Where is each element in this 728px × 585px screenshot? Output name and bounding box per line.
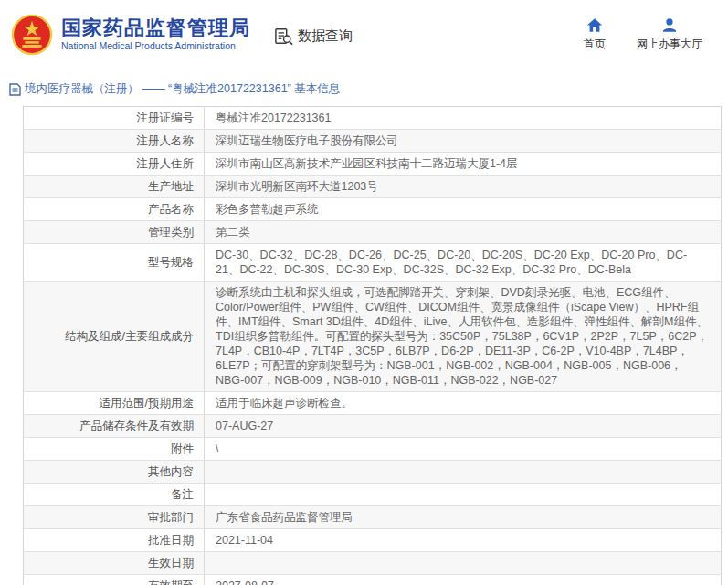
field-value: 2027-08-07 [205, 575, 722, 585]
field-label: 生效日期 [24, 552, 205, 575]
data-query-section[interactable]: 数据查询 [274, 27, 353, 46]
table-row: 生产地址深圳市光明新区南环大道1203号 [24, 176, 722, 198]
data-query-search-icon [274, 27, 294, 46]
field-label: 备注 [24, 484, 205, 506]
field-label: 管理类别 [24, 221, 205, 244]
table-row: 审批部门广东省食品药品监督管理局 [24, 506, 722, 529]
field-label: 注册人住所 [24, 153, 205, 176]
table-row: 注册人名称深圳迈瑞生物医疗电子股份有限公司 [24, 130, 722, 153]
field-label: 生产地址 [24, 176, 205, 198]
breadcrumb-text: 境内医疗器械（注册） —— “粤械注准20172231361” 基本信息 [25, 81, 340, 97]
table-row: 产品储存条件及有效期07-AUG-27 [24, 415, 722, 438]
field-label: 批准日期 [24, 529, 205, 552]
site-subtitle: National Medical Products Administration [61, 40, 250, 52]
table-row: 生效日期 [24, 552, 722, 575]
table-row: 附件\ [24, 438, 722, 461]
field-value [205, 552, 722, 575]
field-value [205, 461, 722, 484]
field-label: 型号规格 [24, 244, 205, 282]
data-query-label: 数据查询 [298, 27, 353, 45]
nav-home[interactable]: 首页 [584, 17, 606, 52]
field-value: 2021-11-04 [205, 529, 722, 552]
field-value: 诊断系统由主机和探头组成，可选配脚踏开关、穿刺架、DVD刻录光驱、电池、ECG组… [205, 282, 722, 392]
table-row: 管理类别第二类 [24, 221, 722, 244]
table-row: 其他内容 [24, 461, 722, 484]
nav-service-hall-label: 网上办事大厅 [637, 37, 702, 52]
field-label: 适用范围/预期用途 [24, 392, 205, 415]
field-label: 注册人名称 [24, 130, 205, 153]
field-value: 粤械注准20172231361 [205, 107, 722, 130]
breadcrumb: 境内医疗器械（注册） —— “粤械注准20172231361” 基本信息 [0, 69, 728, 105]
table-row: 注册人住所深圳市南山区高新技术产业园区科技南十二路迈瑞大厦1-4层 [24, 153, 722, 176]
field-value: 广东省食品药品监督管理局 [205, 506, 722, 529]
field-value: 深圳市南山区高新技术产业园区科技南十二路迈瑞大厦1-4层 [205, 153, 722, 176]
field-value: DC-30、DC-32、DC-28、DC-26、DC-25、DC-20、DC-2… [205, 244, 722, 282]
header: 国家药品监督管理局 National Medical Products Admi… [0, 0, 728, 69]
field-label: 有效期至 [24, 575, 205, 585]
info-table-body: 注册证编号粤械注准20172231361注册人名称深圳迈瑞生物医疗电子股份有限公… [24, 107, 722, 585]
field-label: 审批部门 [24, 506, 205, 529]
brand-link[interactable]: 国家药品监督管理局 National Medical Products Admi… [11, 14, 250, 56]
site-title: 国家药品监督管理局 [61, 16, 250, 39]
table-row: 型号规格DC-30、DC-32、DC-28、DC-26、DC-25、DC-20、… [24, 244, 722, 282]
table-row: 有效期至2027-08-07 [24, 575, 722, 585]
brand-text: 国家药品监督管理局 National Medical Products Admi… [61, 16, 250, 52]
page: 国家药品监督管理局 National Medical Products Admi… [0, 0, 728, 585]
nav-service-hall[interactable]: 网上办事大厅 [637, 17, 702, 52]
document-icon [9, 83, 21, 96]
field-value: 适用于临床超声诊断检查。 [205, 392, 722, 415]
field-label: 注册证编号 [24, 107, 205, 130]
table-row: 注册证编号粤械注准20172231361 [24, 107, 722, 130]
field-label: 其他内容 [24, 461, 205, 484]
table-row: 适用范围/预期用途适用于临床超声诊断检查。 [24, 392, 722, 415]
field-value: 彩色多普勒超声系统 [205, 198, 722, 221]
info-table: 注册证编号粤械注准20172231361注册人名称深圳迈瑞生物医疗电子股份有限公… [23, 106, 722, 585]
national-emblem-logo [11, 14, 53, 56]
table-row: 批准日期2021-11-04 [24, 529, 722, 552]
field-label: 结构及组成/主要组成成分 [24, 282, 205, 392]
field-value: 深圳迈瑞生物医疗电子股份有限公司 [205, 130, 722, 153]
field-value: 07-AUG-27 [205, 415, 722, 438]
table-row: 产品名称彩色多普勒超声系统 [24, 198, 722, 221]
person-icon [661, 17, 678, 33]
table-row: 备注 [24, 484, 722, 506]
table-row: 结构及组成/主要组成成分诊断系统由主机和探头组成，可选配脚踏开关、穿刺架、DVD… [24, 282, 722, 392]
home-icon [586, 17, 603, 33]
field-value: 深圳市光明新区南环大道1203号 [205, 176, 722, 198]
nav-home-label: 首页 [584, 37, 606, 52]
field-value: 第二类 [205, 221, 722, 244]
field-label: 产品名称 [24, 198, 205, 221]
top-nav: 首页 网上办事大厅 [584, 17, 702, 52]
field-label: 产品储存条件及有效期 [24, 415, 205, 438]
field-label: 附件 [24, 438, 205, 461]
field-value: \ [205, 438, 722, 461]
field-value [205, 484, 722, 506]
